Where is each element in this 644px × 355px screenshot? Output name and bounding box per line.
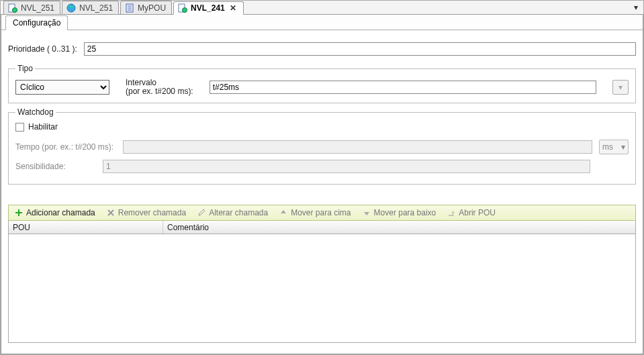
tab-mypou[interactable]: MyPOU [120,1,172,14]
config-form: Prioridade ( 0..31 ): Tipo Cíclico Inter… [1,30,643,354]
svg-point-1 [13,7,17,12]
column-pou[interactable]: POU [9,221,163,234]
change-call-button: Alterar chamada [191,205,273,220]
tipo-group: Tipo Cíclico Intervalo (por ex. t#200 ms… [8,64,636,103]
content-panel: Configuração Prioridade ( 0..31 ): Tipo … [1,15,643,354]
tab-label: NVL_251 [79,3,113,13]
plus-icon [14,208,24,217]
chevron-down-icon: ▾ [621,142,625,152]
watchdog-legend: Watchdog [15,107,56,117]
document-tabbar: NVL_251 NVL_251 MyPOU NVL_241 ✕ ▾ [1,1,643,15]
arrow-up-icon [279,208,288,217]
watchdog-group: Watchdog Habilitar Tempo (por. ex.: t#20… [8,107,636,185]
watchdog-time-label: Tempo (por. ex.: t#200 ms): [15,142,116,152]
tipo-select[interactable]: Cíclico [15,80,109,95]
close-icon[interactable]: ✕ [228,3,238,13]
open-pou-button: Abrir POU [441,205,501,220]
watchdog-enable-checkbox[interactable] [15,123,24,132]
move-up-button: Mover para cima [273,205,356,220]
config-tabbar: Configuração [1,15,643,30]
subtab-label: Configuração [13,18,60,28]
table-header: POU Comentário [9,221,635,234]
edit-icon [197,208,206,217]
pou-table: POU Comentário [8,221,636,343]
arrow-down-icon [362,208,371,217]
doc-icon [178,3,187,13]
open-icon [447,208,456,217]
intervalo-input[interactable] [210,81,596,94]
tab-configuracao[interactable]: Configuração [5,15,68,30]
doc-icon [8,3,17,13]
tab-nvl241[interactable]: NVL_241 ✕ [173,1,244,15]
tab-label: NVL_241 [191,3,225,13]
priority-label: Prioridade ( 0..31 ): [8,44,77,54]
intervalo-label: Intervalo (por ex. t#200 ms): [126,79,193,96]
struct-icon [125,3,134,13]
tab-nvl251-b[interactable]: NVL_251 [62,1,119,14]
intervalo-dropdown-button[interactable]: ▾ [612,80,629,95]
tabbar-dropdown-icon[interactable]: ▾ [631,3,641,12]
tipo-legend: Tipo [15,64,35,73]
watchdog-enable-label: Habilitar [28,122,58,132]
remove-call-button: Remover chamada [101,205,191,220]
x-icon [106,208,116,217]
pou-toolbar: Adicionar chamada Remover chamada Altera… [8,205,636,221]
svg-point-2 [67,4,75,12]
watchdog-sens-label: Sensibilidade: [15,162,96,171]
table-body[interactable] [9,234,635,342]
world-icon [66,3,76,13]
column-comentario[interactable]: Comentário [163,221,635,234]
tab-label: MyPOU [138,3,166,13]
svg-point-8 [183,8,187,13]
tab-nvl251-a[interactable]: NVL_251 [3,1,60,14]
priority-input[interactable] [84,42,636,56]
add-call-button[interactable]: Adicionar chamada [9,205,101,220]
chevron-down-icon: ▾ [618,83,623,92]
watchdog-time-unit-select: ms ▾ [599,140,629,154]
watchdog-sens-input [103,160,590,173]
move-down-button: Mover para baixo [357,205,442,220]
tab-label: NVL_251 [21,3,54,13]
watchdog-time-input [123,140,592,154]
